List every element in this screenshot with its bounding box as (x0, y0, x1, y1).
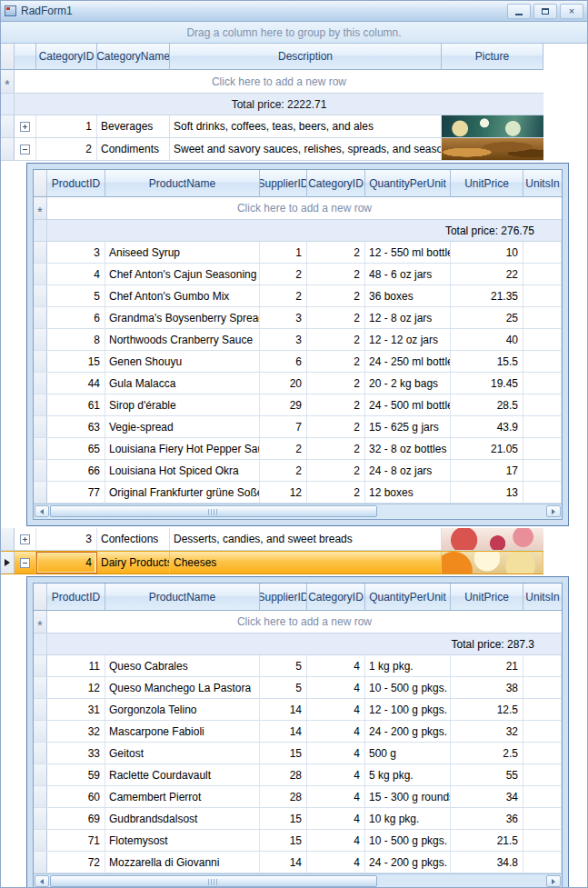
quantityperunit-cell[interactable]: 12 - 550 ml bottles (365, 242, 451, 263)
unitsin-cell[interactable] (523, 329, 562, 350)
categoryid-cell[interactable]: 2 (307, 373, 365, 394)
categoryid-cell[interactable]: 3 (36, 528, 97, 550)
quantityperunit-cell[interactable]: 32 - 8 oz bottles (365, 438, 451, 459)
productname-cell[interactable]: Chef Anton's Gumbo Mix (105, 285, 260, 306)
unitprice-cell[interactable]: 25 (451, 307, 523, 328)
categoryid-cell[interactable]: 2 (307, 460, 365, 481)
categoryid-cell[interactable]: 4 (307, 852, 365, 873)
description-cell[interactable]: Desserts, candies, and sweet breads (170, 528, 442, 550)
quantityperunit-cell[interactable]: 24 - 500 ml bottles (365, 394, 451, 415)
quantityperunit-cell[interactable]: 36 boxes (365, 285, 451, 306)
productid-cell[interactable]: 65 (47, 438, 105, 459)
quantityperunit-cell[interactable]: 15 - 300 g rounds (365, 786, 451, 807)
category-row-beverages[interactable]: 1 Beverages Soft drinks, coffees, teas, … (1, 115, 543, 138)
unitprice-cell[interactable]: 34 (451, 786, 523, 807)
productid-cell[interactable]: 66 (47, 460, 105, 481)
maximize-button[interactable] (533, 4, 557, 19)
categoryid-cell[interactable]: 2 (307, 242, 365, 263)
categoryid-cell[interactable]: 4 (307, 699, 365, 720)
column-header-productid[interactable]: ProductID (47, 170, 105, 197)
supplierid-cell[interactable]: 3 (260, 329, 307, 350)
categoryid-cell[interactable]: 2 (307, 416, 365, 437)
category-row-dairy-products[interactable]: 4 Dairy Products Cheeses (1, 551, 543, 574)
unitsin-cell[interactable] (523, 285, 562, 306)
categoryid-cell[interactable]: 4 (307, 808, 365, 829)
supplierid-cell[interactable]: 2 (260, 460, 307, 481)
productname-cell[interactable]: Original Frankfurter grüne Soße (105, 482, 260, 503)
productid-cell[interactable]: 15 (47, 351, 105, 372)
categoryid-cell[interactable]: 2 (36, 138, 97, 160)
unitsin-cell[interactable] (523, 416, 562, 437)
product-row[interactable]: 63 Vegie-spread 7 2 15 - 625 g jars 43.9 (34, 416, 562, 438)
unitsin-cell[interactable] (523, 764, 562, 785)
product-row[interactable]: 65 Louisiana Fiery Hot Pepper Sauce 2 2 … (34, 438, 562, 460)
column-header-description[interactable]: Description (170, 44, 442, 70)
categoryid-cell[interactable]: 4 (307, 830, 365, 851)
category-row-condiments[interactable]: 2 Condiments Sweet and savory sauces, re… (1, 138, 543, 161)
supplierid-cell[interactable]: 28 (260, 786, 307, 807)
unitprice-cell[interactable]: 55 (451, 764, 523, 785)
supplierid-cell[interactable]: 29 (260, 394, 307, 415)
description-cell[interactable]: Cheeses (170, 552, 442, 574)
column-header-productname[interactable]: ProductName (105, 170, 260, 197)
column-header-quantityperunit[interactable]: QuantityPerUnit (365, 170, 451, 197)
unitprice-cell[interactable]: 34.8 (451, 852, 523, 873)
unitsin-cell[interactable] (523, 373, 562, 394)
productid-cell[interactable]: 33 (47, 743, 105, 763)
unitsin-cell[interactable] (523, 852, 562, 873)
supplierid-cell[interactable]: 2 (260, 285, 307, 306)
supplierid-cell[interactable]: 15 (260, 830, 307, 851)
category-row-confections[interactable]: 3 Confections Desserts, candies, and swe… (1, 528, 543, 551)
productname-cell[interactable]: Genen Shouyu (105, 351, 260, 372)
categoryid-cell[interactable]: 2 (307, 438, 365, 459)
supplierid-cell[interactable]: 2 (260, 438, 307, 459)
quantityperunit-cell[interactable]: 5 kg pkg. (365, 764, 451, 785)
column-header-quantityperunit[interactable]: QuantityPerUnit (365, 584, 451, 611)
quantityperunit-cell[interactable]: 20 - 2 kg bags (365, 373, 451, 394)
unitprice-cell[interactable]: 19.45 (451, 373, 523, 394)
horizontal-scrollbar[interactable] (34, 504, 562, 519)
productid-cell[interactable]: 32 (47, 721, 105, 742)
productname-cell[interactable]: Chef Anton's Cajun Seasoning (105, 264, 260, 284)
quantityperunit-cell[interactable]: 24 - 200 g pkgs. (365, 721, 451, 742)
product-row[interactable]: 12 Queso Manchego La Pastora 5 4 10 - 50… (34, 677, 562, 699)
unitsin-cell[interactable] (523, 264, 562, 284)
collapse-minus-icon[interactable] (20, 558, 30, 568)
productid-cell[interactable]: 6 (47, 307, 105, 328)
unitprice-cell[interactable]: 28.5 (451, 394, 523, 415)
column-header-picture[interactable]: Picture (442, 44, 543, 70)
quantityperunit-cell[interactable]: 12 - 8 oz jars (365, 307, 451, 328)
unitprice-cell[interactable]: 21.5 (451, 830, 523, 851)
column-header-supplierid[interactable]: SupplierID (260, 584, 307, 611)
collapse-cell[interactable] (15, 552, 36, 574)
product-row[interactable]: 4 Chef Anton's Cajun Seasoning 2 2 48 - … (34, 264, 562, 285)
supplierid-cell[interactable]: 14 (260, 852, 307, 873)
productname-cell[interactable]: Louisiana Fiery Hot Pepper Sauce (105, 438, 260, 459)
column-header-unitprice[interactable]: UnitPrice (451, 170, 523, 197)
quantityperunit-cell[interactable]: 500 g (365, 743, 451, 763)
productname-cell[interactable]: Camembert Pierrot (105, 786, 260, 807)
unitprice-cell[interactable]: 21.05 (451, 438, 523, 459)
master-add-new-row[interactable]: * Click here to add a new row (1, 70, 543, 94)
productid-cell[interactable]: 71 (47, 830, 105, 851)
unitsin-cell[interactable] (523, 808, 562, 829)
product-row[interactable]: 15 Genen Shouyu 6 2 24 - 250 ml bottles … (34, 351, 562, 373)
product-row[interactable]: 11 Queso Cabrales 5 4 1 kg pkg. 21 (34, 655, 562, 677)
supplierid-cell[interactable]: 15 (260, 808, 307, 829)
supplierid-cell[interactable]: 3 (260, 307, 307, 328)
quantityperunit-cell[interactable]: 48 - 6 oz jars (365, 264, 451, 284)
unitprice-cell[interactable]: 40 (451, 329, 523, 350)
productname-cell[interactable]: Geitost (105, 743, 260, 763)
categoryname-cell[interactable]: Confections (97, 528, 170, 550)
supplierid-cell[interactable]: 6 (260, 351, 307, 372)
productid-cell[interactable]: 63 (47, 416, 105, 437)
expand-plus-icon[interactable] (20, 122, 30, 132)
product-row[interactable]: 69 Gudbrandsdalsost 15 4 10 kg pkg. 36 (34, 808, 562, 830)
product-row[interactable]: 31 Gorgonzola Telino 14 4 12 - 100 g pkg… (34, 699, 562, 721)
productname-cell[interactable]: Sirop d'érable (105, 394, 260, 415)
column-header-categoryid[interactable]: CategoryID (307, 170, 365, 197)
scroll-left-button[interactable] (35, 875, 49, 887)
expand-plus-icon[interactable] (20, 534, 30, 544)
supplierid-cell[interactable]: 7 (260, 416, 307, 437)
quantityperunit-cell[interactable]: 12 - 12 oz jars (365, 329, 451, 350)
